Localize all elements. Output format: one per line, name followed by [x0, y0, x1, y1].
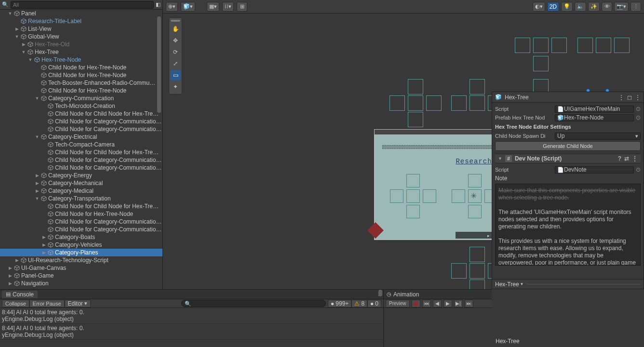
hierarchy-row[interactable]: Tech-Microdot-Creation [0, 102, 162, 110]
grid-toggle[interactable]: ▦▾ [207, 2, 219, 12]
expand-arrow-icon[interactable] [34, 188, 40, 193]
generate-child-button[interactable]: Generate Child Node [495, 141, 641, 151]
expand-arrow-icon[interactable] [13, 34, 20, 39]
hierarchy-row[interactable]: Research-Title-Label› [0, 17, 162, 25]
hierarchy-row[interactable]: UI-Research-Technology-Script [0, 256, 162, 264]
fx-toggle[interactable]: ✨ [588, 2, 600, 12]
spawn-dropdown[interactable]: Up ▾ [555, 133, 641, 140]
tool-column-grip[interactable] [171, 20, 180, 22]
expand-arrow-icon[interactable] [34, 181, 40, 186]
gizmos-toggle[interactable]: ⋮ [631, 2, 641, 12]
foldout-arrow-icon[interactable]: ▼ [498, 156, 502, 161]
warn-count[interactable]: 8 [351, 300, 367, 307]
hierarchy-row[interactable]: Hex-Tree-Node› [0, 56, 162, 64]
hierarchy-scrollbar[interactable] [157, 12, 161, 286]
prev-frame-button[interactable]: ◀ [433, 300, 442, 307]
hex-node[interactable] [470, 95, 485, 111]
search-type-icon[interactable]: ◧ [156, 2, 161, 7]
editor-dropdown[interactable]: Editor ▾ [65, 300, 91, 307]
next-frame-button[interactable]: ▶| [454, 300, 463, 307]
expand-arrow-icon[interactable] [40, 235, 47, 240]
console-log-entry[interactable]: 8:44] AI AI 0 total free agents: 0.yEngi… [0, 324, 383, 340]
expand-arrow-icon[interactable] [7, 281, 13, 286]
note-textarea[interactable]: Make sure that this components propertie… [495, 184, 641, 266]
hierarchy-row[interactable]: Category-Boats [0, 233, 162, 241]
chevron-down-icon[interactable]: ▼ [519, 282, 524, 286]
component-menu-icon[interactable]: ⋮ [632, 155, 638, 162]
hierarchy-row[interactable]: Child Node for Child Node for Hex-Tre… [0, 202, 162, 210]
hex-node[interactable] [389, 95, 405, 111]
expand-arrow-icon[interactable] [7, 266, 13, 270]
hierarchy-row[interactable]: Child Node for Hex-Tree-Node [0, 210, 162, 218]
hex-node[interactable] [596, 38, 611, 53]
hierarchy-row[interactable]: Child Node for Category-Communicatio… [0, 125, 162, 133]
hex-node[interactable] [470, 247, 485, 262]
hierarchy-row[interactable]: Category-Communication [0, 94, 162, 102]
script-field[interactable]: 📄 UIGameHexTreeMain [555, 106, 634, 113]
hierarchy-row[interactable]: Child Node for Category-Communicatio… [0, 118, 162, 125]
hierarchy-row[interactable]: Child Node for Hex-Tree-Node [0, 87, 162, 94]
prefab-field[interactable]: 🧊 Hex-Tree-Node [555, 114, 634, 121]
hierarchy-row[interactable]: Category-Vehicles [0, 241, 162, 249]
hierarchy-row[interactable]: Category-Mechanical [0, 179, 162, 187]
snap-increment[interactable]: ⊞ [237, 2, 247, 12]
rect-tool[interactable]: ▭ [170, 70, 181, 80]
scrollbar-thumb[interactable] [157, 16, 161, 113]
footer-crumb[interactable]: Hex-Tree [495, 281, 519, 288]
first-frame-button[interactable]: ⏮ [422, 300, 431, 307]
expand-arrow-icon[interactable] [34, 173, 40, 178]
info-count[interactable]: 999+ [328, 300, 351, 307]
hierarchy-row[interactable]: List-View [0, 25, 162, 33]
hierarchy-row[interactable]: Child Node for Category-Communicatio… [0, 226, 162, 233]
hierarchy-row[interactable]: Category-Transportation [0, 195, 162, 202]
object-picker-icon[interactable]: ⊙ [636, 106, 641, 112]
hierarchy-row[interactable]: Hex-Tree-Old [0, 40, 162, 48]
console-log-entry[interactable]: 8:44] AI AI 0 total free agents: 0.yEngi… [0, 308, 383, 324]
help-icon[interactable]: ? [618, 155, 621, 162]
hierarchy-row[interactable]: Child Node for Hex-Tree-Node [0, 71, 162, 79]
2d-toggle[interactable]: 2D [547, 2, 559, 12]
console-search-input[interactable] [181, 300, 326, 307]
expand-arrow-icon[interactable] [34, 96, 40, 101]
collapse-button[interactable]: Collapse [2, 300, 29, 307]
console-tab[interactable]: ▤ Console [2, 291, 38, 298]
hierarchy-row[interactable]: Child Node for Hex-Tree-Node [0, 64, 162, 71]
hierarchy-row[interactable]: Child Node for Category-Communicatio… [0, 156, 162, 164]
scale-tool[interactable]: ⤢ [170, 58, 181, 69]
expand-arrow-icon[interactable] [13, 258, 20, 263]
expand-arrow-icon[interactable] [7, 11, 13, 16]
hierarchy-list[interactable]: PanelResearch-Title-Label›List-ViewGloba… [0, 10, 162, 289]
pivot-toggle[interactable]: ⊕▾ [166, 2, 178, 12]
hierarchy-row[interactable]: Panel [0, 10, 162, 17]
hierarchy-row[interactable]: UI-Game-Canvas [0, 264, 162, 272]
hierarchy-row[interactable]: Child Node for Category-Communicatio… [0, 164, 162, 172]
hex-node[interactable] [533, 56, 549, 71]
hex-node[interactable] [470, 79, 485, 94]
hand-tool[interactable]: ✋ [170, 24, 181, 34]
handle-toggle[interactable]: 🧊▾ [181, 2, 195, 12]
hex-node[interactable] [408, 112, 423, 127]
draw-mode-toggle[interactable]: ◐▾ [533, 2, 545, 12]
devnote-header[interactable]: ▼ # Dev Note (Script) ? ⇄ ⋮ [495, 154, 641, 163]
hierarchy-row[interactable]: Category-Energy [0, 172, 162, 179]
snap-toggle[interactable]: ⁞⁞▾ [222, 2, 234, 12]
expand-arrow-icon[interactable] [27, 57, 34, 62]
expand-arrow-icon[interactable] [20, 50, 27, 54]
expand-arrow-icon[interactable] [20, 42, 27, 47]
hex-node[interactable] [451, 263, 467, 279]
expand-arrow-icon[interactable] [34, 196, 40, 201]
move-tool[interactable]: ✥ [170, 35, 181, 46]
expand-arrow-icon[interactable] [40, 250, 47, 255]
inspector-close-icon[interactable]: ⋮ [635, 94, 641, 101]
hex-node[interactable] [577, 38, 593, 53]
play-button[interactable]: ▶ [443, 300, 452, 307]
hierarchy-row[interactable]: Navigation [0, 280, 162, 287]
inspector-menu-dots-icon[interactable]: ⋮ [618, 94, 624, 101]
scrollbar-thumb[interactable] [378, 290, 382, 296]
hierarchy-row[interactable]: Category-Planes [0, 249, 162, 256]
preview-button[interactable]: Preview [386, 300, 410, 307]
hierarchy-row[interactable]: Tech-Compact-Camera [0, 141, 162, 148]
hex-node[interactable] [426, 95, 442, 111]
last-frame-button[interactable]: ⏭ [465, 300, 473, 307]
object-picker-icon[interactable]: ⊙ [636, 114, 641, 121]
